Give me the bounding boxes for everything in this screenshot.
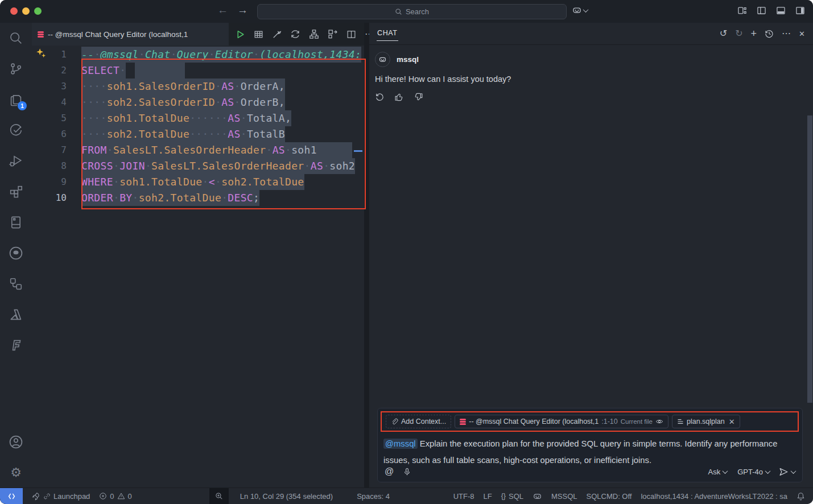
connection-label: localhost,1434 : AdventureWorksLT2022 : …: [641, 492, 787, 501]
check-circle-icon: [9, 123, 23, 137]
change-connection-button[interactable]: [290, 29, 300, 39]
chevron-down-icon: [765, 468, 771, 474]
settings-button[interactable]: ⚙: [0, 457, 32, 488]
sidebar-item-github[interactable]: [0, 238, 32, 268]
new-chat-button[interactable]: +: [751, 28, 757, 39]
sidebar-item-azure[interactable]: [0, 299, 32, 330]
connections-icon: [9, 277, 23, 291]
sidebar-item-notebooks[interactable]: [0, 207, 32, 238]
code-line[interactable]: 6····soh2.TotalDue······AS·TotalB: [32, 126, 364, 142]
chat-history-button[interactable]: [765, 29, 774, 38]
thumbs-up-icon[interactable]: [394, 92, 404, 102]
chat-panel-title[interactable]: CHAT: [377, 27, 398, 41]
plan-context-label: plan.sqlplan: [687, 418, 725, 425]
chat-scrollbar[interactable]: [807, 115, 812, 403]
parse-query-button[interactable]: [328, 29, 338, 39]
line-number: 9: [32, 174, 67, 190]
toggle-panel-button[interactable]: [776, 6, 786, 15]
retry-icon[interactable]: [375, 92, 385, 102]
connection-item[interactable]: localhost,1434 : AdventureWorksLT2022 : …: [636, 492, 792, 501]
mssql-item[interactable]: MSSQL: [547, 492, 582, 501]
line-number: 10: [32, 190, 67, 206]
chat-input-text[interactable]: @mssql Explain the execution plan for th…: [383, 436, 782, 469]
editor-tab[interactable]: -- @mssql Chat Query Editor (localhost,1: [32, 23, 229, 46]
sqlcmd-item[interactable]: SQLCMD: Off: [582, 492, 637, 501]
results-grid-button[interactable]: [254, 30, 263, 39]
cursor-position-label: Ln 10, Col 29 (354 selected): [240, 492, 333, 501]
encoding-item[interactable]: UTF-8: [449, 492, 479, 501]
mssql-mention[interactable]: @mssql: [383, 439, 418, 449]
remote-indicator[interactable]: [0, 488, 23, 504]
undo-chat-button[interactable]: ↺: [720, 29, 727, 38]
paintbrush-button[interactable]: [272, 30, 282, 39]
panel-divider[interactable]: [364, 23, 369, 488]
f-logo-icon: [9, 338, 23, 352]
add-context-button[interactable]: Add Context...: [386, 415, 451, 428]
code-line[interactable]: 10ORDER·BY·soh2.TotalDue·DESC;: [32, 190, 364, 206]
mode-selector[interactable]: Ask: [708, 468, 728, 476]
editor-tab-title: -- @mssql Chat Query Editor (localhost,1: [48, 30, 188, 39]
search-icon: [9, 31, 23, 45]
code-line[interactable]: 3····soh1.SalesOrderID·AS·OrderA,: [32, 79, 364, 94]
remove-context-icon[interactable]: ✕: [729, 418, 735, 426]
send-button[interactable]: [779, 467, 795, 477]
command-center-search[interactable]: Search: [257, 4, 567, 19]
sidebar-item-extensions[interactable]: [0, 176, 32, 207]
cursor-position-item[interactable]: Ln 10, Col 29 (354 selected): [236, 492, 337, 501]
notifications-item[interactable]: [792, 492, 810, 501]
message-author: mssql: [397, 55, 419, 64]
launchpad-item[interactable]: Launchpad: [27, 492, 94, 501]
query-plan-button[interactable]: [309, 29, 319, 39]
toggle-secondary-sidebar-button[interactable]: [795, 6, 805, 15]
zoom-indicator[interactable]: [209, 488, 229, 504]
indentation-item[interactable]: Spaces: 4: [352, 492, 394, 501]
chat-input-container[interactable]: Add Context... -- @mssql Chat Query Edit…: [377, 408, 803, 482]
code-editor[interactable]: 1--·@mssql·Chat·Query·Editor·(localhost,…: [32, 46, 364, 206]
copilot-status-item[interactable]: [528, 491, 547, 501]
model-label: GPT-4o: [737, 468, 763, 476]
copilot-menu-button[interactable]: [572, 5, 588, 15]
copilot-icon: [572, 5, 582, 15]
file-context-pill[interactable]: -- @mssql Chat Query Editor (localhost,1…: [455, 415, 668, 428]
close-window-button[interactable]: [10, 7, 18, 15]
sidebar-item-flyway[interactable]: [0, 330, 32, 361]
layout-customize-button[interactable]: [737, 6, 747, 15]
sidebar-item-connections[interactable]: [0, 268, 32, 299]
mention-button[interactable]: @: [385, 466, 394, 477]
split-editor-button[interactable]: [346, 30, 356, 39]
sidebar-item-explorer[interactable]: 1: [0, 84, 32, 115]
redo-chat-button[interactable]: ↻: [735, 29, 742, 38]
minimize-window-button[interactable]: [22, 7, 30, 15]
model-selector[interactable]: GPT-4o: [737, 468, 770, 476]
toggle-primary-sidebar-button[interactable]: [757, 6, 766, 15]
activity-bar: 1 ⚙: [0, 23, 32, 488]
line-number: 5: [32, 110, 67, 126]
code-line[interactable]: 1--·@mssql·Chat·Query·Editor·(localhost,…: [32, 47, 364, 63]
problems-item[interactable]: 0 0: [94, 492, 136, 501]
run-query-button[interactable]: [236, 30, 245, 39]
code-line[interactable]: 2SELECT·: [32, 63, 364, 79]
plan-context-pill[interactable]: plan.sqlplan ✕: [672, 415, 740, 428]
mic-button[interactable]: [403, 468, 411, 476]
language-item[interactable]: {}SQL: [497, 492, 528, 501]
close-panel-button[interactable]: ✕: [799, 30, 805, 38]
code-line[interactable]: 9WHERE·soh1.TotalDue·<·soh2.TotalDue: [32, 174, 364, 190]
code-line[interactable]: 5····soh1.TotalDue······AS·TotalA,: [32, 110, 364, 126]
sidebar-item-run-debug[interactable]: [0, 146, 32, 176]
forward-button[interactable]: →: [237, 4, 248, 16]
thumbs-down-icon[interactable]: [414, 92, 423, 102]
code-line[interactable]: 8CROSS·JOIN·SalesLT.SalesOrderHeader·AS·…: [32, 158, 364, 174]
sidebar-item-search[interactable]: [0, 23, 32, 53]
mssql-bot-avatar: [375, 52, 390, 67]
copilot-sparkle-icon[interactable]: [36, 48, 47, 59]
back-button[interactable]: ←: [217, 4, 228, 16]
sidebar-item-testing[interactable]: [0, 115, 32, 146]
eol-item[interactable]: LF: [478, 492, 496, 501]
code-line[interactable]: 7FROM·SalesLT.SalesOrderHeader·AS·soh1: [32, 142, 364, 158]
zoom-window-button[interactable]: [34, 7, 42, 15]
account-button[interactable]: [0, 427, 32, 457]
eye-icon[interactable]: [655, 418, 663, 425]
sidebar-item-source-control[interactable]: [0, 53, 32, 84]
code-line[interactable]: 4····soh2.SalesOrderID·AS·OrderB,: [32, 94, 364, 110]
more-options-button[interactable]: ⋯: [782, 29, 791, 38]
